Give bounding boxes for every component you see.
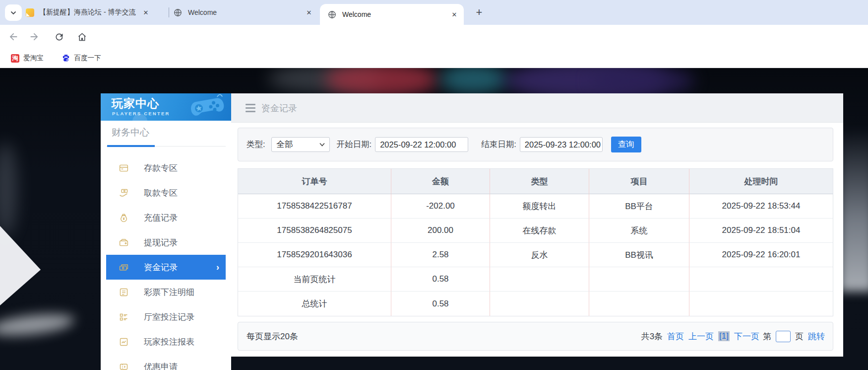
baidu-paw-icon: [62, 54, 70, 63]
table-cell: [589, 292, 689, 316]
withdrawal-record-icon: [119, 237, 129, 248]
column-header: 处理时间: [689, 169, 833, 194]
page-title: 资金记录: [261, 102, 297, 114]
table-cell: 2025-09-22 16:20:01: [689, 243, 833, 267]
sidebar-header: 玩家中心 PLAYERS CENTER: [101, 93, 231, 121]
table-cell: 0.58: [391, 267, 490, 292]
bookmarks-bar: 淘 爱淘宝 百度一下: [0, 49, 868, 68]
backdrop-blur-decor: [590, 68, 694, 96]
funds-records-table: 订单号 金额 类型 项目 处理时间 1758538422516787 -202.…: [238, 168, 833, 316]
panel-topbar: 资金记录: [231, 93, 843, 123]
sidebar-item-withdrawal-records[interactable]: 提现记录: [101, 230, 231, 255]
bookmark-baidu[interactable]: 百度一下: [62, 54, 101, 63]
table-cell: 反水: [490, 243, 589, 267]
backdrop-blur-decor: [839, 128, 868, 292]
table-cell: 1758538422516787: [238, 194, 391, 219]
reload-button[interactable]: [51, 29, 67, 45]
type-select-value: 全部: [277, 139, 293, 150]
sidebar-item-player-bet-report[interactable]: 玩家投注报表: [101, 329, 231, 354]
lottery-detail-icon: [119, 287, 129, 297]
sidebar-item-deposit[interactable]: 存款专区: [101, 155, 231, 180]
close-icon[interactable]: ✕: [305, 8, 313, 17]
funds-records-panel: 资金记录 类型: 全部 开始日期: 结束日期: 查询 订单号 金额 类型 项目 …: [231, 93, 843, 357]
type-filter-label: 类型:: [247, 139, 265, 150]
home-icon: [77, 32, 87, 42]
forward-arrow-icon: [29, 31, 40, 42]
column-header: 项目: [589, 169, 689, 194]
back-arrow-icon: [8, 31, 19, 42]
column-header: 类型: [490, 169, 589, 194]
menu-icon[interactable]: [246, 104, 255, 112]
sidebar-item-lottery-bet-detail[interactable]: 彩票下注明细: [101, 280, 231, 304]
jump-button[interactable]: 跳转: [808, 331, 825, 342]
page-jump-input[interactable]: [776, 331, 791, 342]
sidebar-item-hall-bet-records[interactable]: 厅室投注记录: [101, 304, 231, 329]
end-date-input[interactable]: [520, 137, 603, 152]
sidebar-item-funds-records[interactable]: 资金记录 ›: [106, 255, 226, 280]
new-tab-button[interactable]: +: [472, 5, 486, 19]
section-divider: [106, 146, 226, 147]
chevron-down-icon: [10, 9, 17, 16]
bookmark-label: 爱淘宝: [23, 54, 44, 63]
pager: 共3条 首页 上一页 [1] 下一页 第 页 跳转: [641, 322, 825, 350]
chevron-right-icon: ›: [216, 262, 219, 273]
column-header: 订单号: [238, 169, 391, 194]
table-cell: [689, 292, 833, 316]
sidebar-item-withdraw[interactable]: 取款专区: [101, 180, 231, 205]
table-cell: [589, 267, 689, 292]
hall-bet-record-icon: [119, 312, 129, 322]
table-cell: BB视讯: [589, 243, 689, 267]
tab-welcome-1[interactable]: Welcome ✕: [174, 0, 313, 25]
promo-apply-icon: [119, 362, 129, 370]
start-date-input[interactable]: [375, 137, 468, 152]
type-select[interactable]: 全部: [271, 137, 330, 152]
jump-prefix-label: 第: [763, 331, 771, 342]
globe-icon: [328, 10, 336, 19]
table-cell: 1758529201643036: [238, 243, 391, 267]
tab-forum[interactable]: 【新提醒】海燕论坛 - 博学交流 ✕: [26, 0, 166, 25]
bookmark-taobao[interactable]: 淘 爱淘宝: [11, 54, 44, 63]
prev-page-link[interactable]: 上一页: [688, 331, 714, 342]
column-header: 金额: [391, 169, 490, 194]
table-cell: 200.00: [391, 219, 490, 243]
table-cell: 当前页统计: [238, 267, 391, 292]
search-button[interactable]: 查询: [611, 137, 641, 152]
current-page-indicator: [1]: [718, 331, 730, 341]
table-cell: 系统: [589, 219, 689, 243]
next-page-link[interactable]: 下一页: [734, 331, 759, 342]
funds-record-icon: [119, 262, 129, 273]
player-report-icon: [119, 337, 129, 347]
tab-title: Welcome: [188, 8, 302, 16]
back-button[interactable]: [5, 29, 21, 45]
backdrop-blur-decor: [439, 68, 508, 94]
forward-button[interactable]: [26, 29, 42, 45]
table-cell: 1758538264825075: [238, 219, 391, 243]
sidebar-title: 玩家中心: [112, 96, 159, 111]
close-icon[interactable]: ✕: [141, 8, 150, 17]
sidebar-item-promo-apply[interactable]: 优惠申请: [101, 354, 231, 370]
table-cell: [490, 292, 589, 316]
globe-icon: [174, 8, 182, 17]
tab-strip: 【新提醒】海燕论坛 - 博学交流 ✕ Welcome ✕ Welcome ✕ +: [0, 0, 868, 25]
table-cell: 额度转出: [490, 194, 589, 219]
tab-divider: [169, 7, 169, 17]
total-count-text: 共3条: [641, 331, 663, 342]
backdrop-blur-decor: [0, 143, 17, 237]
filter-bar: 类型: 全部 开始日期: 结束日期: 查询: [238, 128, 833, 161]
deposit-icon: [119, 163, 129, 173]
close-icon[interactable]: ✕: [450, 10, 459, 19]
tab-welcome-2-active[interactable]: Welcome ✕: [320, 4, 464, 25]
tab-title: Welcome: [342, 10, 450, 18]
taobao-icon: 淘: [11, 54, 19, 63]
tab-search-button[interactable]: [5, 4, 22, 21]
table-cell: [490, 267, 589, 292]
sidebar-menu: 存款专区 取款专区 充值记录 提现记录 资金记录 ›: [101, 155, 231, 370]
first-page-link[interactable]: 首页: [667, 331, 684, 342]
pagination-bar: 每页显示20条 共3条 首页 上一页 [1] 下一页 第 页 跳转: [238, 322, 833, 351]
backdrop-triangle-decor: [0, 226, 41, 305]
table-cell: 0.58: [391, 292, 490, 316]
table-cell: 2025-09-22 18:51:04: [689, 219, 833, 243]
end-date-label: 结束日期:: [481, 139, 516, 150]
home-button[interactable]: [74, 29, 90, 45]
sidebar-item-recharge-records[interactable]: 充值记录: [101, 205, 231, 230]
